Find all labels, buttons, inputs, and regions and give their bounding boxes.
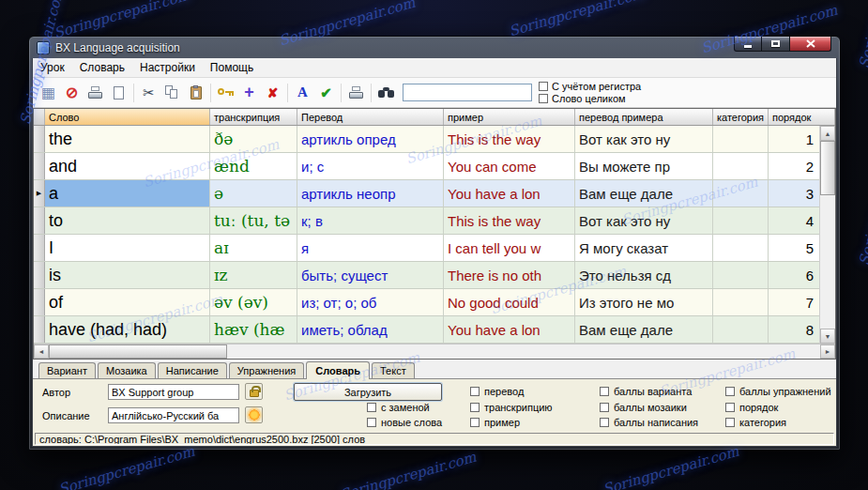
table-row[interactable]: I aɪ я I can tell you w Я могу сказат 5 [34, 235, 835, 262]
transcription-option[interactable]: транскрипцию [470, 402, 553, 413]
exercise-points-option[interactable]: баллы упражнений [725, 386, 831, 397]
scroll-left-button[interactable]: ◄ [34, 345, 49, 359]
block-button[interactable]: ⊘ [60, 82, 84, 103]
sun-button[interactable] [245, 406, 263, 423]
cell-example-translation[interactable]: Вам еще дале [575, 316, 713, 343]
copy-button[interactable] [160, 82, 184, 103]
category-checkbox[interactable] [725, 418, 735, 427]
table-row[interactable]: to tuː (tu, tə к; в This is the way Вот … [34, 207, 835, 235]
cell-example-translation[interactable]: Вам еще дале [575, 180, 713, 207]
author-input[interactable] [108, 384, 239, 400]
menu-settings[interactable]: Настройки [132, 59, 203, 76]
variant-points-option[interactable]: баллы варианта [600, 386, 692, 397]
horizontal-scroll-track[interactable] [227, 345, 820, 359]
variant-points-checkbox[interactable] [600, 387, 609, 396]
tab-mosaic[interactable]: Мозаика [98, 362, 156, 378]
cell-word[interactable]: and [45, 153, 210, 179]
translation-option[interactable]: перевод [470, 386, 524, 397]
exercise-points-checkbox[interactable] [725, 387, 735, 396]
minimize-button[interactable] [734, 37, 762, 52]
replace-option[interactable]: с заменой [367, 402, 430, 413]
row-selector[interactable] [34, 207, 45, 234]
print-list-button[interactable] [344, 82, 368, 103]
order-checkbox[interactable] [725, 403, 735, 412]
font-button[interactable]: A [291, 82, 314, 103]
new-words-option[interactable]: новые слова [367, 417, 442, 428]
cell-category[interactable] [713, 180, 769, 207]
cell-example[interactable]: I can tell you w [444, 235, 575, 261]
row-selector[interactable] [34, 126, 45, 152]
paste-button[interactable] [184, 82, 207, 103]
order-option[interactable]: порядок [725, 402, 778, 413]
menu-lesson[interactable]: Урок [33, 59, 72, 76]
menu-dictionary[interactable]: Словарь [72, 59, 132, 76]
cell-translation[interactable]: быть; сущест [297, 262, 444, 288]
cell-example-translation[interactable]: Я могу сказат [575, 235, 713, 261]
cell-example[interactable]: This is the way [444, 207, 575, 234]
scroll-right-button[interactable]: ► [820, 345, 835, 359]
lock-button[interactable] [245, 383, 263, 400]
cell-word[interactable]: have (had, had) [45, 316, 210, 343]
writing-points-option[interactable]: баллы написания [600, 417, 698, 428]
header-order[interactable]: порядок [769, 109, 835, 125]
search-input[interactable] [403, 84, 532, 101]
whole-word-checkbox[interactable] [539, 94, 548, 103]
writing-points-checkbox[interactable] [600, 418, 609, 427]
case-checkbox[interactable] [539, 82, 548, 91]
cell-example[interactable]: You have a lon [444, 316, 575, 343]
cell-word[interactable]: is [45, 262, 210, 288]
header-example-translation[interactable]: перевод примера [575, 109, 713, 125]
header-translation[interactable]: Перевод [297, 109, 444, 125]
cell-category[interactable] [713, 126, 769, 152]
row-selector[interactable] [34, 262, 45, 288]
new-words-checkbox[interactable] [367, 418, 376, 427]
cell-word[interactable]: of [45, 289, 210, 315]
cell-translation[interactable]: артикль опред [297, 126, 444, 152]
cell-example[interactable]: There is no oth [444, 262, 575, 288]
cell-example-translation[interactable]: Вот как это ну [575, 126, 713, 152]
description-input[interactable] [108, 407, 239, 423]
cell-example-translation[interactable]: Из этого не мо [575, 289, 713, 315]
category-option[interactable]: категория [725, 417, 786, 428]
tab-variant[interactable]: Вариант [38, 362, 96, 378]
load-button[interactable]: Загрузить [294, 383, 442, 401]
cell-translation[interactable]: я [297, 235, 444, 261]
delete-word-button[interactable]: ✘ [261, 82, 284, 103]
row-selector[interactable] [34, 289, 45, 315]
header-transcription[interactable]: транскрипция [210, 109, 297, 125]
cell-example[interactable]: You can come [444, 153, 575, 179]
close-button[interactable] [789, 37, 831, 52]
row-selector[interactable] [34, 235, 45, 261]
cell-transcription[interactable]: ænd [210, 153, 297, 179]
row-selector[interactable] [34, 153, 45, 179]
cell-translation[interactable]: и; с [297, 153, 444, 179]
cell-transcription[interactable]: əv (əv) [210, 289, 297, 315]
cell-category[interactable] [713, 207, 769, 234]
example-option[interactable]: пример [470, 417, 520, 428]
find-button[interactable] [374, 82, 398, 103]
cell-transcription[interactable]: ɪz [210, 262, 297, 288]
mosaic-points-option[interactable]: баллы мозаики [600, 402, 687, 413]
vertical-scroll-track[interactable] [820, 195, 835, 329]
cell-transcription[interactable]: tuː (tu, tə [210, 207, 297, 234]
cell-example-translation[interactable]: Вы можете пр [575, 153, 713, 179]
scroll-up-button[interactable]: ▲ [820, 126, 835, 141]
table-row[interactable]: have (had, had) hæv (hæ иметь; облад You… [34, 316, 835, 344]
cell-example[interactable]: This is the way [444, 126, 575, 152]
cell-category[interactable] [713, 289, 769, 315]
new-document-button[interactable] [107, 82, 130, 103]
cell-word[interactable]: the [45, 126, 210, 152]
example-checkbox[interactable] [470, 418, 480, 427]
header-word[interactable]: Слово [45, 109, 210, 125]
cell-word[interactable]: to [45, 207, 210, 234]
cell-translation[interactable]: артикль неопр [297, 180, 444, 207]
cell-transcription[interactable]: ə [210, 180, 297, 207]
cell-translation[interactable]: из; от; о; об [297, 289, 444, 315]
header-example[interactable]: пример [444, 109, 575, 125]
cut-button[interactable]: ✂ [137, 82, 160, 103]
menu-help[interactable]: Помощь [203, 59, 261, 76]
vertical-scrollbar[interactable]: ▲ ▼ [819, 126, 835, 344]
vertical-scroll-thumb[interactable] [820, 141, 835, 195]
table-row[interactable]: is ɪz быть; сущест There is no oth Это н… [34, 262, 835, 289]
table-row[interactable]: and ænd и; с You can come Вы можете пр 2 [34, 153, 835, 180]
